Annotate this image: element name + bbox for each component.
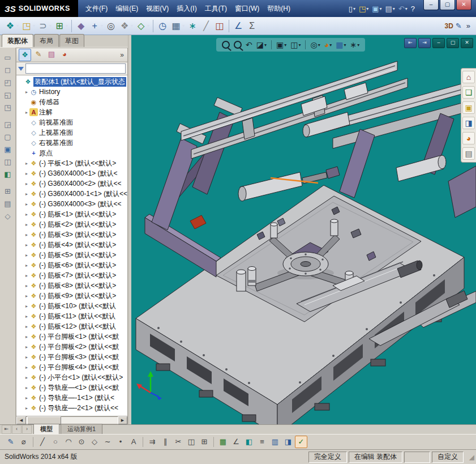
dropdown-caret-icon[interactable]: ▾: [357, 42, 359, 48]
dropdown-caret-icon[interactable]: ▾: [298, 42, 301, 48]
previous-window-icon[interactable]: ⇤: [404, 38, 417, 48]
left-strip-icon[interactable]: [2, 114, 14, 119]
bill-of-materials-icon[interactable]: ▦ ▾: [169, 19, 186, 33]
tree-item[interactable]: ▸ A 注解: [16, 107, 127, 117]
tree-item[interactable]: ▸ ❖ (-) 平台脚板<1> (默认<<默: [16, 331, 127, 342]
circle-icon[interactable]: ○: [49, 436, 62, 448]
left-strip-icon[interactable]: [2, 181, 14, 186]
expander-icon[interactable]: ▸: [24, 263, 29, 268]
model-canvas[interactable]: [131, 35, 476, 424]
hide-show-items-icon[interactable]: ◎ ▾: [309, 40, 321, 49]
zoom-area-icon[interactable]: ▾: [233, 41, 243, 49]
tree-item[interactable]: ▸ ❖ (-) 导轨座—<1> (默认<<默: [16, 382, 127, 393]
scroll-tabs-start-icon[interactable]: ⇤: [2, 425, 11, 434]
explode-line-sketch-icon[interactable]: ╱ ▾: [199, 19, 213, 33]
expander-icon[interactable]: ▸: [24, 385, 29, 390]
tree-item[interactable]: ▸ ❖ (-) 小平台<1> (默认<<默认>: [16, 372, 127, 382]
undo-icon[interactable]: ↶ ▾: [397, 3, 409, 14]
3d-sketch-label[interactable]: 3D: [445, 22, 453, 30]
new-motion-study-icon[interactable]: ◷ ▾: [156, 19, 169, 33]
help-icon[interactable]: ? ▾: [409, 3, 417, 14]
scroll-tabs-left-icon[interactable]: ‹: [12, 425, 22, 434]
view-settings-icon[interactable]: ∗ ▾: [349, 40, 361, 49]
show-hidden-components-icon[interactable]: ◎ ▾: [104, 19, 118, 33]
reference-geometry-icon[interactable]: ◇ ▾: [134, 19, 151, 33]
toolbar-separator[interactable]: [213, 437, 214, 447]
dropdown-caret-icon[interactable]: ▾: [329, 42, 332, 48]
linear-sketch-pattern-icon[interactable]: ⊞: [198, 436, 211, 448]
tree-item[interactable]: ◇ 前视基准面: [16, 117, 127, 127]
expander-icon[interactable]: ▸: [24, 242, 29, 248]
dropdown-caret-icon[interactable]: ▾: [101, 23, 103, 28]
expander-icon[interactable]: ▸: [24, 191, 29, 197]
left-strip-icon[interactable]: ▣: [2, 144, 14, 155]
expander-icon[interactable]: ▸: [24, 324, 29, 329]
menu-item[interactable]: 帮助(H): [263, 1, 294, 16]
smart-fasteners-icon[interactable]: ◆ ▾: [74, 19, 88, 33]
tree-item[interactable]: ▸ ❖ (-) 平台脚板<2> (默认<<默: [16, 342, 127, 352]
expander-icon[interactable]: ▸: [24, 304, 29, 309]
ellipse-icon[interactable]: ⊙: [75, 436, 88, 448]
file-explorer-icon[interactable]: ▣: [462, 101, 475, 114]
featuremanager-tab-icon[interactable]: ❖: [19, 49, 31, 61]
tree-item[interactable]: ▸ ❖ (-) 筋板<7> (默认<<默认>: [16, 270, 127, 280]
edit-appearance-icon[interactable]: ◕ ▾: [323, 40, 333, 49]
mate-icon[interactable]: ⊃ ▾: [36, 19, 53, 33]
tree-item[interactable]: ▸ ❖ (-) 筋板<5> (默认<<默认>: [16, 250, 127, 260]
tree-item[interactable]: ▸ ❖ (-) G360X4000-1<1> (默认<<: [16, 189, 127, 199]
view-palette-icon[interactable]: ◨: [462, 117, 475, 129]
toolbar-separator[interactable]: ▾: [229, 20, 229, 32]
spell-checker-icon[interactable]: ✓: [295, 436, 307, 448]
tree-item[interactable]: ◉ 传感器: [16, 97, 127, 107]
mass-properties-icon[interactable]: Σ ▾: [245, 19, 259, 33]
dropdown-caret-icon[interactable]: ▾: [264, 42, 267, 48]
scroll-left-icon[interactable]: ◀: [16, 416, 26, 424]
minimize-window-icon[interactable]: –: [432, 38, 445, 48]
interference-detection-icon[interactable]: ◫ ▾: [213, 19, 226, 33]
polygon-icon[interactable]: ◇: [88, 436, 101, 448]
custom-properties-icon[interactable]: ▤: [462, 147, 475, 160]
resize-grip-icon[interactable]: ◢: [465, 453, 474, 461]
dropdown-caret-icon[interactable]: ▾: [49, 23, 52, 28]
expander-icon[interactable]: ▸: [24, 181, 29, 186]
tree-item[interactable]: ▸ ❖ (-) G360X4000<1> (默认<: [16, 168, 127, 178]
smart-dimension-icon[interactable]: ⌀: [18, 436, 30, 448]
hud-separator[interactable]: ▾: [271, 40, 272, 49]
dropdown-caret-icon[interactable]: ▾: [66, 23, 68, 28]
offset-entities-icon[interactable]: ∥: [159, 436, 171, 448]
dropdown-caret-icon[interactable]: ▾: [131, 23, 133, 28]
home-icon[interactable]: ⌂: [462, 71, 475, 83]
commandmanager-tab[interactable]: 草图: [59, 34, 84, 47]
tree-item[interactable]: ▸ ❖ (-) 平板<1> (默认<<默认>: [16, 158, 127, 168]
dropdown-caret-icon[interactable]: ▾: [344, 42, 346, 48]
menu-item[interactable]: 窗口(W): [231, 1, 263, 16]
left-strip-icon[interactable]: ◰: [2, 77, 14, 88]
dropdown-caret-icon[interactable]: ▾: [353, 6, 355, 11]
table-icon[interactable]: ▥: [269, 436, 281, 448]
tree-item[interactable]: ▸ ❖ (-) 导轨座—-2<1> (默认<<: [16, 403, 127, 413]
left-strip-icon[interactable]: ◱: [2, 90, 14, 100]
move-component-icon[interactable]: + ▾: [88, 19, 104, 33]
dropdown-caret-icon[interactable]: ▾: [318, 42, 320, 48]
design-library-icon[interactable]: ❏: [462, 86, 475, 99]
menu-item[interactable]: 文件(F): [82, 1, 112, 16]
assembly-features-icon[interactable]: ❖ ▾: [118, 19, 134, 33]
pencil-icon[interactable]: ✎: [456, 22, 462, 30]
tree-item[interactable]: ▸ ❖ (-) 筋板<10> (默认<<默认: [16, 301, 127, 311]
tree-item[interactable]: ▸ ❖ (-) 筋板<12> (默认<<默认: [16, 321, 127, 331]
scroll-tabs-right-icon[interactable]: ›: [22, 425, 32, 434]
open-icon[interactable]: ◳ ▾: [357, 3, 370, 14]
expander-icon[interactable]: ▸: [24, 232, 29, 237]
apply-scene-icon[interactable]: ▦ ▾: [335, 40, 347, 49]
left-strip-icon[interactable]: ◧: [2, 169, 14, 180]
left-strip-icon[interactable]: ◇: [2, 211, 14, 222]
dimxpertmanager-tab-icon[interactable]: ◕: [59, 49, 70, 60]
hud-separator[interactable]: ▾: [305, 40, 306, 49]
tree-item[interactable]: ❖ 装配体1 (默认<默认_显示状态: [16, 76, 127, 87]
left-strip-icon[interactable]: ◫: [2, 156, 14, 167]
zoom-fit-icon[interactable]: ▾: [221, 41, 231, 49]
expander-icon[interactable]: ▸: [24, 283, 29, 288]
left-strip-icon[interactable]: ⊞: [2, 186, 14, 197]
left-strip-icon[interactable]: ◻: [2, 65, 14, 75]
print-icon[interactable]: ▤ ▾: [384, 3, 397, 14]
